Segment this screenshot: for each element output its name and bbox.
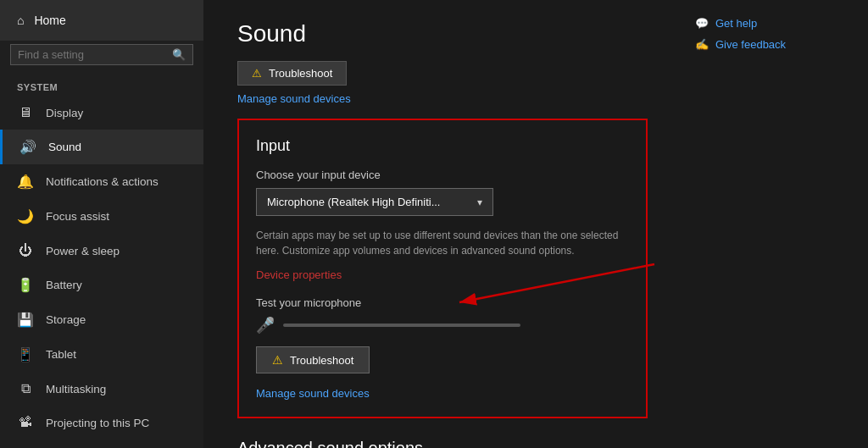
warning-triangle-icon: ⚠ [272, 353, 283, 367]
projecting-icon: 📽 [17, 415, 34, 430]
help-icon: 💬 [695, 17, 709, 30]
test-microphone-label: Test your microphone [256, 296, 629, 309]
warning-icon: ⚠ [252, 67, 262, 80]
feedback-icon: ✍ [695, 38, 709, 51]
sidebar-item-label: Storage [46, 313, 86, 326]
troubleshoot-button[interactable]: ⚠ Troubleshoot [256, 346, 370, 373]
manage-devices-link[interactable]: Manage sound devices [256, 387, 629, 400]
sidebar-item-multitasking[interactable]: ⧉ Multitasking [0, 372, 203, 406]
sidebar-item-battery[interactable]: 🔋 Battery [0, 268, 203, 302]
mic-test-row: 🎤 [256, 316, 629, 335]
multitasking-icon: ⧉ [17, 381, 34, 396]
sidebar-item-label: Focus assist [46, 210, 109, 223]
give-feedback-label: Give feedback [715, 38, 786, 51]
sidebar-item-storage[interactable]: 💾 Storage [0, 302, 203, 337]
sound-icon: 🔊 [19, 139, 36, 155]
advanced-section-title: Advanced sound options [237, 439, 648, 448]
sidebar-item-label: Multitasking [46, 383, 106, 395]
sidebar-item-tablet[interactable]: 📱 Tablet [0, 337, 203, 372]
search-input[interactable] [18, 48, 172, 61]
search-box: 🔍 [10, 44, 193, 65]
sidebar: ⌂ Home 🔍 System 🖥 Display 🔊 Sound 🔔 Noti… [0, 0, 203, 448]
tablet-icon: 📱 [17, 346, 34, 362]
input-section-heading: Input [256, 137, 629, 155]
get-help-label: Get help [715, 17, 757, 30]
sidebar-item-label: Projecting to this PC [46, 417, 149, 429]
sidebar-item-label: Battery [46, 279, 82, 291]
troubleshoot-label: Troubleshoot [290, 354, 353, 367]
sidebar-item-label: Notifications & actions [46, 175, 159, 188]
get-help-link[interactable]: 💬 Get help [695, 17, 854, 30]
sidebar-item-label: Tablet [46, 348, 76, 361]
sidebar-item-label: Power & sleep [46, 245, 120, 257]
dropdown-value: Microphone (Realtek High Definiti... [267, 196, 440, 208]
chevron-down-icon: ▾ [477, 196, 482, 208]
input-section: Input Choose your input device Microphon… [237, 119, 648, 418]
sidebar-item-display[interactable]: 🖥 Display [0, 96, 203, 130]
top-troubleshoot-button[interactable]: ⚠ Troubleshoot [237, 61, 347, 86]
sidebar-item-power[interactable]: ⏻ Power & sleep [0, 234, 203, 268]
home-icon: ⌂ [17, 14, 24, 27]
display-icon: 🖥 [17, 105, 34, 120]
input-device-dropdown[interactable]: Microphone (Realtek High Definiti... ▾ [256, 188, 493, 216]
sidebar-home[interactable]: ⌂ Home [0, 0, 203, 41]
manage-devices-top-link[interactable]: Manage sound devices [237, 92, 648, 105]
focus-icon: 🌙 [17, 208, 34, 224]
battery-icon: 🔋 [17, 277, 34, 293]
sidebar-item-notifications[interactable]: 🔔 Notifications & actions [0, 164, 203, 199]
page-title: Sound [237, 20, 648, 47]
main-content: Sound ⚠ Troubleshoot Manage sound device… [203, 0, 682, 448]
power-icon: ⏻ [17, 243, 34, 258]
home-label: Home [34, 14, 65, 27]
sidebar-item-label: Display [46, 107, 83, 119]
sidebar-item-label: Sound [48, 141, 81, 153]
choose-input-label: Choose your input device [256, 169, 629, 181]
mic-level-bar [283, 324, 520, 327]
sidebar-item-sound[interactable]: 🔊 Sound [0, 130, 203, 164]
storage-icon: 💾 [17, 312, 34, 328]
system-section-label: System [0, 75, 203, 96]
microphone-icon: 🎤 [256, 316, 275, 335]
input-info-text: Certain apps may be set up to use differ… [256, 228, 629, 258]
device-properties-link[interactable]: Device properties [256, 268, 629, 281]
give-feedback-link[interactable]: ✍ Give feedback [695, 38, 854, 51]
sidebar-item-shared[interactable]: 🔗 Shared experiences [0, 440, 203, 448]
help-panel: 💬 Get help ✍ Give feedback [682, 0, 868, 448]
sidebar-item-projecting[interactable]: 📽 Projecting to this PC [0, 406, 203, 440]
top-troubleshoot-label: Troubleshoot [269, 67, 332, 80]
sidebar-item-focus[interactable]: 🌙 Focus assist [0, 199, 203, 234]
search-icon: 🔍 [172, 48, 186, 61]
notifications-icon: 🔔 [17, 174, 34, 190]
